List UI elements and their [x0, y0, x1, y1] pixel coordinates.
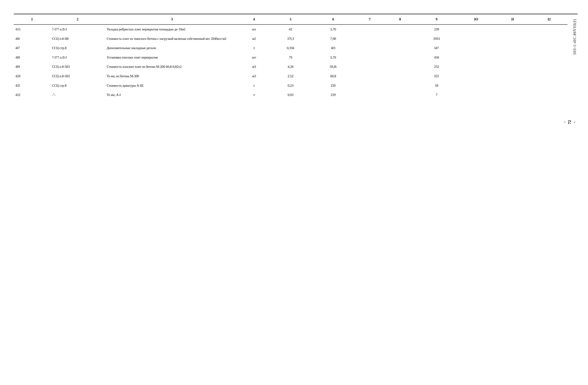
cell-ref: ССЦ п.8-II8 [50, 34, 105, 43]
header-col-10: IO [458, 14, 494, 24]
cell-price: 5,70 [312, 53, 354, 62]
table-row: 4I9ССЦ п.8-503Стоимость плоских плит из … [14, 62, 567, 72]
table-row: 422-"-То же, А-Iт0,032297 [14, 90, 567, 100]
cell-total: I47 [415, 43, 458, 53]
cell-ref: 7-I77 п.II-I [50, 53, 105, 62]
cell-col12 [531, 90, 567, 100]
cell-ref: -"- [50, 90, 105, 100]
right-label-top: 503-1-4IC.86VIII(I) [572, 19, 577, 55]
cell-id: 420 [14, 72, 50, 81]
cell-col12 [531, 34, 567, 43]
cell-col10 [458, 43, 494, 53]
cell-desc: То же, из бетона М-300 [105, 72, 239, 81]
cell-id: 4I7 [14, 43, 50, 53]
cell-id: 415 [14, 24, 50, 34]
header-col-8: 8 [385, 14, 415, 24]
cell-qty: 37I,3 [269, 34, 312, 43]
cell-col7 [355, 43, 385, 53]
cell-col12 [531, 72, 567, 81]
cell-total: 252 [415, 62, 458, 72]
cell-col7 [355, 34, 385, 43]
cell-desc: Стоимость плит из тяжелого бетона с нагр… [105, 34, 239, 43]
cell-desc: Стоимость плоских плит из бетона М-200 6… [105, 62, 239, 72]
cell-col12 [531, 81, 567, 90]
cell-ref: 7-I77 п.II-I [50, 24, 105, 34]
cell-col12 [531, 43, 567, 53]
cell-col8 [385, 81, 415, 90]
header-col-6: 6 [312, 14, 354, 24]
cell-id: 4I9 [14, 62, 50, 72]
cell-total: 7 [415, 90, 458, 100]
cell-desc: Укладка ребристых плит перекрытия площад… [105, 24, 239, 34]
cell-desc: Дополнительные закладные детали [105, 43, 239, 53]
table-header-row: I 2 3 4 5 6 7 8 9 IO II I2 [14, 14, 567, 24]
cell-col10 [458, 90, 494, 100]
cell-col7 [355, 90, 385, 100]
cell-id: 4I6 [14, 34, 50, 43]
cell-col10 [458, 24, 494, 34]
cell-col10 [458, 53, 494, 62]
cell-col8 [385, 90, 415, 100]
header-col-4: 4 [239, 14, 269, 24]
cell-unit: м3 [239, 62, 269, 72]
cell-id: 42I [14, 81, 50, 90]
cell-col12 [531, 53, 567, 62]
cell-col11 [494, 81, 531, 90]
cell-qty: 42 [269, 24, 312, 34]
cell-col8 [385, 24, 415, 34]
cell-col11 [494, 90, 531, 100]
cell-col10 [458, 72, 494, 81]
cell-col10 [458, 81, 494, 90]
cell-ref: ССЦ стр.8 [50, 43, 105, 53]
cell-desc: Стоимость арматуры А-Ш [105, 81, 239, 90]
header-col-12: I2 [531, 14, 567, 24]
cell-col11 [494, 53, 531, 62]
cell-col7 [355, 24, 385, 34]
cell-col10 [458, 62, 494, 72]
cell-total: 58 [415, 81, 458, 90]
table-body: 4157-I77 п.II-IУкладка ребристых плит пе… [14, 24, 567, 100]
cell-unit: м3 [239, 72, 269, 81]
cell-unit: т [239, 43, 269, 53]
cell-price: 5,70 [312, 24, 354, 34]
cell-ref: ССЦ п.8-503 [50, 72, 105, 81]
cell-price: 7,90 [312, 34, 354, 43]
cell-col12 [531, 24, 567, 34]
table-row: 42IССЦ стр.8Стоимость арматуры А-Шт0,232… [14, 81, 567, 90]
cell-col8 [385, 53, 415, 62]
cell-total: 239 [415, 24, 458, 34]
cell-unit: шт [239, 24, 269, 34]
header-col-11: II [494, 14, 531, 24]
cell-qty: 0,356 [269, 43, 312, 53]
cell-total: I53 [415, 72, 458, 81]
cell-qty: 2,52 [269, 72, 312, 81]
cell-qty: 0,03 [269, 90, 312, 100]
table-row: 4I87-I77 п.II-IУстановка плоских плит пе… [14, 53, 567, 62]
cell-col12 [531, 62, 567, 72]
cell-price: 250 [312, 81, 354, 90]
cell-col11 [494, 24, 531, 34]
cell-unit: м2 [239, 34, 269, 43]
right-label-bottom: - 72 - [562, 120, 577, 124]
header-col-3: 3 [105, 14, 239, 24]
cell-col7 [355, 72, 385, 81]
cell-col7 [355, 81, 385, 90]
cell-col11 [494, 43, 531, 53]
table-row: 420ССЦ п.8-503То же, из бетона М-300м32,… [14, 72, 567, 81]
cell-col8 [385, 62, 415, 72]
cell-qty: 0,23 [269, 81, 312, 90]
header-col-5: 5 [269, 14, 312, 24]
cell-price: 229 [312, 90, 354, 100]
header-col-7: 7 [355, 14, 385, 24]
cell-col11 [494, 62, 531, 72]
table-row: 4I7ССЦ стр.8Дополнительные закладные дет… [14, 43, 567, 53]
cell-id: 422 [14, 90, 50, 100]
cell-col8 [385, 34, 415, 43]
table-row: 4157-I77 п.II-IУкладка ребристых плит пе… [14, 24, 567, 34]
cell-unit: т [239, 81, 269, 90]
cell-col7 [355, 53, 385, 62]
cell-qty: 79 [269, 53, 312, 62]
cell-qty: 4,26 [269, 62, 312, 72]
cell-ref: ССЦ стр.8 [50, 81, 105, 90]
cell-col8 [385, 72, 415, 81]
